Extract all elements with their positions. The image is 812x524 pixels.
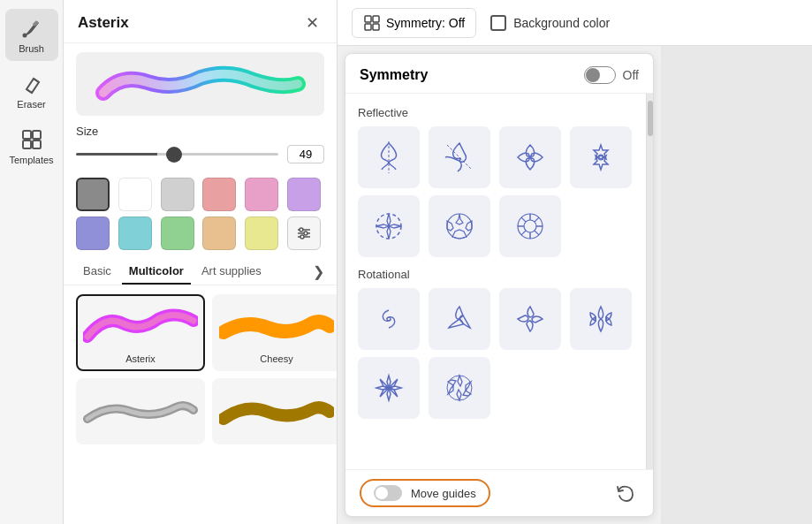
svg-rect-15 [373,24,379,30]
swatch-lavender[interactable] [287,178,321,211]
close-button[interactable]: ✕ [301,12,323,34]
sym-rotational-10fold[interactable] [429,357,490,419]
svg-rect-12 [365,16,371,22]
brush-panel: Asterix ✕ Size [64,0,338,524]
sym-reflective-2fold[interactable] [358,126,420,188]
symmetry-popup: Symmetry Off Reflective [345,53,654,517]
brush-asterix-label: Asterix [125,353,156,364]
toggle-off-label: Off [623,68,639,82]
symmetry-popup-title: Symmetry [360,67,428,83]
canvas-area[interactable] [661,46,812,524]
tab-basic[interactable]: Basic [76,259,118,285]
sym-reflective-8fold[interactable] [358,195,420,257]
svg-point-1 [22,34,27,38]
brush-tool[interactable]: Brush [5,9,58,61]
size-value: 49 [287,145,324,163]
eraser-label: Eraser [17,99,45,110]
eraser-icon [19,72,44,96]
svg-point-10 [304,232,307,235]
svg-rect-2 [23,131,31,139]
size-control: 49 [76,145,324,163]
move-guides-toggle[interactable]: Move guides [360,479,490,507]
sym-reflective-6fold[interactable] [570,126,632,188]
brush-preview-stroke [95,65,307,104]
sym-reflective-4fold[interactable] [499,126,561,188]
background-color-button[interactable]: Background color [490,15,610,31]
bg-color-label: Background color [513,16,610,30]
brush-tabs: Basic Multicolor Art supplies ❯ [64,259,337,285]
brush-panel-header: Asterix ✕ [64,0,337,43]
scrollbar-thumb[interactable] [648,101,653,136]
swatch-green[interactable] [161,216,194,250]
swatch-lightgray[interactable] [161,178,194,211]
scrollbar-track[interactable] [646,94,653,469]
brush-item-cheesy-preview [219,301,334,350]
brush-item-4[interactable] [212,378,337,444]
swatch-settings[interactable] [287,216,321,250]
svg-point-20 [447,214,472,239]
symmetry-btn-label: Symmetry: Off [386,16,465,30]
size-section: Size 49 [64,125,337,172]
move-guides-switch [374,485,402,501]
rotational-label: Rotational [358,268,634,281]
svg-point-11 [300,235,304,239]
sym-reflective-10fold[interactable] [429,195,490,257]
svg-rect-14 [365,24,371,30]
left-toolbar: Brush Eraser Templates [0,0,64,524]
undo-button[interactable] [611,479,639,507]
right-panel: Symmetry: Off Background color Symmetry … [338,0,812,524]
symmetry-popup-header: Symmetry Off [345,54,653,94]
eraser-tool[interactable]: Eraser [5,65,58,117]
settings-icon [296,225,312,241]
size-slider[interactable] [76,153,278,156]
symmetry-icon [363,14,381,32]
top-bar: Symmetry: Off Background color [338,0,812,46]
brush-item-asterix[interactable]: Asterix [76,294,205,371]
brush-list: Asterix Cheesy [64,285,337,453]
brush-item-3[interactable] [76,378,205,444]
tab-art-supplies[interactable]: Art supplies [194,259,269,285]
symmetry-popup-body: Reflective [345,94,646,469]
swatch-white[interactable] [118,178,152,211]
rotational-grid [358,288,634,419]
svg-rect-5 [33,140,41,148]
symmetry-popup-footer: Move guides [345,469,653,516]
sym-rotational-6fold[interactable] [570,288,632,350]
sym-rotational-2fold[interactable] [358,288,420,350]
main-canvas-area: Symmetry Off Reflective [338,46,812,524]
swatch-periwinkle[interactable] [76,216,110,250]
bg-color-checkbox [490,15,506,31]
swatch-pink[interactable] [202,178,236,211]
templates-icon [19,127,44,152]
swatch-yellow[interactable] [245,216,278,250]
tab-multicolor[interactable]: Multicolor [122,259,191,285]
brush-icon [19,16,44,41]
sym-reflective-12fold[interactable] [499,195,561,257]
swatch-peach[interactable] [202,216,236,250]
size-label: Size [76,125,324,138]
sym-rotational-8fold[interactable] [358,357,420,419]
templates-tool[interactable]: Templates [5,120,58,172]
svg-point-9 [300,228,303,232]
undo-icon [615,483,634,503]
sym-rotational-3fold[interactable] [429,288,490,350]
brush-item-3-preview [83,385,198,434]
sym-reflective-2fold-diag[interactable] [429,126,490,188]
swatch-cyan[interactable] [118,216,152,250]
svg-rect-3 [33,131,41,139]
svg-point-22 [524,220,536,232]
brush-item-cheesy[interactable]: Cheesy [212,294,337,371]
sym-rotational-4fold[interactable] [499,288,561,350]
brush-item-asterix-preview [83,301,198,350]
symmetry-toggle-row: Off [584,66,639,84]
reflective-label: Reflective [358,106,634,119]
tab-arrow[interactable]: ❯ [313,263,324,280]
swatch-dark[interactable] [76,178,110,211]
color-swatches-row1 [64,172,337,259]
reflective-grid [358,126,634,257]
swatch-mauve[interactable] [245,178,278,211]
symmetry-off-button[interactable]: Symmetry: Off [352,8,476,38]
brush-panel-title: Asterix [78,14,129,32]
symmetry-toggle[interactable] [584,66,616,84]
svg-rect-4 [23,140,31,148]
